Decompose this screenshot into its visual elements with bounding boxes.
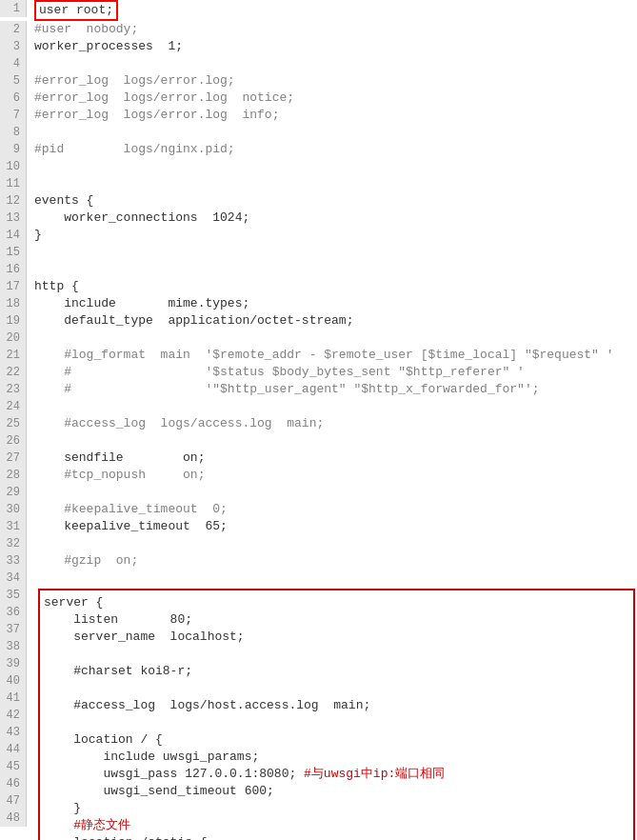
- line-30: 30 #keepalive_timeout 0;: [0, 501, 637, 518]
- server-line-9: location / {: [44, 731, 629, 749]
- server-line-1: server {: [44, 594, 629, 611]
- server-line-7: #access_log logs/host.access.log main;: [44, 697, 629, 714]
- line-num-6: 6: [0, 90, 27, 107]
- line-content-27: sendfile on;: [34, 450, 205, 467]
- line-content-32: [34, 535, 42, 552]
- line-content-8: [34, 124, 42, 141]
- line-num-21: 21: [0, 347, 27, 364]
- line-num-36: 36: [0, 604, 27, 621]
- line-num-41: 41: [0, 690, 27, 707]
- line-12: 12 events {: [0, 192, 637, 210]
- server-block: server { listen 80; server_name localhos…: [38, 589, 635, 840]
- line-num-25: 25: [0, 415, 27, 432]
- line-num-1: 1: [0, 0, 27, 17]
- line-num-11: 11: [0, 175, 27, 192]
- line-21: 21 #log_format main '$remote_addr - $rem…: [0, 347, 637, 364]
- line-content-1: user root;: [34, 0, 118, 21]
- line-num-15: 15: [0, 244, 27, 261]
- line-num-29: 29: [0, 484, 27, 501]
- server-line-3: server_name localhost;: [44, 629, 629, 646]
- line-content-24: [34, 398, 42, 415]
- line-num-45: 45: [0, 758, 27, 775]
- server-line-12: uwsgi_send_timeout 600;: [44, 783, 629, 800]
- line-num-33: 33: [0, 552, 27, 570]
- line-num-37: 37: [0, 621, 27, 638]
- line-23: 23 # '"$http_user_agent" "$http_x_forwar…: [0, 381, 637, 398]
- line-num-9: 9: [0, 141, 27, 158]
- line-34: 34: [0, 570, 637, 587]
- server-block-line-numbers: 35 36 37 38 39 40 41 42 43 44 45 46 47 4…: [0, 587, 34, 827]
- line-num-32: 32: [0, 535, 27, 552]
- line-content-5: #error_log logs/error.log;: [34, 72, 235, 90]
- line-2: 2 #user nobody;: [0, 21, 637, 38]
- line-13: 13 worker_connections 1024;: [0, 210, 637, 227]
- line-num-48: 48: [0, 810, 27, 827]
- server-line-11: uwsgi_pass 127.0.0.1:8080; #与uwsgi中ip:端口…: [44, 766, 629, 783]
- line-32: 32: [0, 535, 637, 552]
- line-content-9: #pid logs/nginx.pid;: [34, 141, 235, 158]
- line-20: 20: [0, 330, 637, 347]
- line-content-34: [34, 570, 42, 587]
- line-19: 19 default_type application/octet-stream…: [0, 312, 637, 330]
- line-8: 8: [0, 124, 637, 141]
- line-11: 11: [0, 175, 637, 192]
- line-content-26: [34, 432, 42, 450]
- line-18: 18 include mime.types;: [0, 295, 637, 312]
- line-content-23: # '"$http_user_agent" "$http_x_forwarded…: [34, 381, 540, 398]
- line-num-4: 4: [0, 55, 27, 72]
- line-content-15: [34, 244, 42, 261]
- line-15: 15: [0, 244, 637, 261]
- line-content-12: events {: [34, 192, 93, 210]
- line-24: 24: [0, 398, 637, 415]
- line-25: 25 #access_log logs/access.log main;: [0, 415, 637, 432]
- line-num-20: 20: [0, 330, 27, 347]
- line-content-25: #access_log logs/access.log main;: [34, 415, 324, 432]
- line-num-28: 28: [0, 467, 27, 484]
- line-content-31: keepalive_timeout 65;: [34, 518, 228, 535]
- line-num-7: 7: [0, 107, 27, 124]
- line-num-5: 5: [0, 72, 27, 90]
- line-num-8: 8: [0, 124, 27, 141]
- line-num-35: 35: [0, 587, 27, 604]
- line-content-7: #error_log logs/error.log info;: [34, 107, 279, 124]
- line-content-14: }: [34, 227, 42, 244]
- line-28: 28 #tcp_nopush on;: [0, 467, 637, 484]
- line-num-18: 18: [0, 295, 27, 312]
- line-3: 3 worker_processes 1;: [0, 38, 637, 55]
- line-num-42: 42: [0, 707, 27, 724]
- line-num-46: 46: [0, 775, 27, 792]
- line-17: 17 http {: [0, 278, 637, 295]
- server-line-15: location /static {: [44, 834, 629, 840]
- server-line-5: #charset koi8-r;: [44, 663, 629, 680]
- server-line-14: #静态文件: [44, 817, 629, 834]
- line-content-4: [34, 55, 42, 72]
- line-num-10: 10: [0, 158, 27, 175]
- line-content-20: [34, 330, 42, 347]
- line-content-18: include mime.types;: [34, 295, 249, 312]
- line-num-44: 44: [0, 741, 27, 758]
- line-31: 31 keepalive_timeout 65;: [0, 518, 637, 535]
- line-6: 6 #error_log logs/error.log notice;: [0, 90, 637, 107]
- line-num-39: 39: [0, 655, 27, 672]
- line-content-21: #log_format main '$remote_addr - $remote…: [34, 347, 614, 364]
- line-num-14: 14: [0, 227, 27, 244]
- line-num-38: 38: [0, 638, 27, 655]
- server-line-4: [44, 646, 629, 663]
- line-num-40: 40: [0, 672, 27, 690]
- line-14: 14 }: [0, 227, 637, 244]
- line-num-27: 27: [0, 450, 27, 467]
- line-content-16: [34, 261, 42, 278]
- line-num-17: 17: [0, 278, 27, 295]
- code-container: 1 user root; 2 #user nobody; 3 worker_pr…: [0, 0, 637, 840]
- line-content-22: # '$status $body_bytes_sent "$http_refer…: [34, 364, 525, 381]
- server-line-8: [44, 714, 629, 731]
- line-content-3: worker_processes 1;: [34, 38, 183, 55]
- line-7: 7 #error_log logs/error.log info;: [0, 107, 637, 124]
- line-26: 26: [0, 432, 637, 450]
- line-10: 10: [0, 158, 637, 175]
- line-num-19: 19: [0, 312, 27, 330]
- server-block-row: 35 36 37 38 39 40 41 42 43 44 45 46 47 4…: [0, 587, 637, 840]
- line-num-2: 2: [0, 21, 27, 38]
- line-5: 5 #error_log logs/error.log;: [0, 72, 637, 90]
- line-num-24: 24: [0, 398, 27, 415]
